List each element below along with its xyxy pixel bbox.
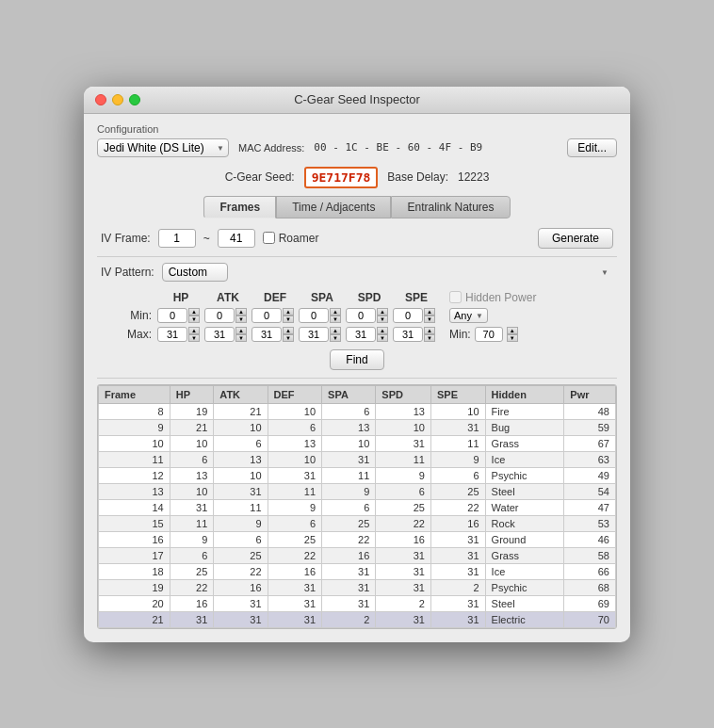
iv-max-def-stepper[interactable]: ▲ ▼ — [283, 327, 294, 342]
iv-pattern-select-wrapper[interactable]: Custom — [162, 263, 613, 282]
close-button[interactable] — [95, 94, 106, 105]
hidden-power-type-select[interactable]: Any — [449, 308, 488, 323]
iv-max-spd-stepper[interactable]: ▲ ▼ — [377, 327, 388, 342]
hidden-power-min-input[interactable] — [475, 327, 503, 342]
iv-max-hp-up[interactable]: ▲ — [188, 327, 200, 334]
iv-pattern-select[interactable]: Custom — [162, 263, 228, 282]
tab-entralink-natures[interactable]: Entralink Natures — [391, 196, 510, 218]
iv-max-hp-cell: ▲ ▼ — [157, 327, 204, 342]
profile-select[interactable]: Jedi White (DS Lite) — [97, 138, 229, 157]
results-table-body: 819211061310Fire48921106131031Bug5910106… — [99, 403, 616, 627]
table-cell: 31 — [376, 547, 431, 563]
hidden-power-min-stepper[interactable]: ▲ ▼ — [507, 327, 518, 342]
iv-max-spa-input[interactable] — [299, 327, 329, 342]
tab-frames[interactable]: Frames — [203, 196, 276, 218]
iv-min-hp-up[interactable]: ▲ — [188, 308, 200, 315]
iv-min-spd-stepper[interactable]: ▲ ▼ — [377, 308, 388, 323]
iv-min-atk-down[interactable]: ▼ — [235, 315, 247, 323]
tab-time-adjacents[interactable]: Time / Adjacents — [276, 196, 391, 218]
iv-max-atk-down[interactable]: ▼ — [235, 334, 247, 342]
hidden-power-min-down[interactable]: ▼ — [507, 334, 518, 342]
profile-select-wrapper[interactable]: Jedi White (DS Lite) — [97, 138, 229, 157]
results-table-wrapper[interactable]: Frame HP ATK DEF SPA SPD SPE Hidden Pwr … — [97, 384, 617, 629]
table-cell: 31 — [430, 531, 485, 547]
iv-min-spa-input[interactable] — [299, 308, 329, 323]
maximize-button[interactable] — [129, 94, 140, 105]
iv-min-spd-down[interactable]: ▼ — [377, 315, 388, 323]
iv-max-def-down[interactable]: ▼ — [283, 334, 294, 342]
hidden-power-min-label: Min: — [449, 328, 471, 341]
iv-min-spe-down[interactable]: ▼ — [424, 315, 435, 323]
iv-min-spa-stepper[interactable]: ▲ ▼ — [330, 308, 341, 323]
iv-min-def-up[interactable]: ▲ — [283, 308, 294, 315]
iv-max-spd-up[interactable]: ▲ — [377, 327, 388, 334]
col-spd: SPD — [376, 385, 431, 403]
iv-min-def-stepper[interactable]: ▲ ▼ — [283, 308, 294, 323]
iv-max-spe-input[interactable] — [393, 327, 423, 342]
table-cell: Grass — [485, 547, 564, 563]
iv-max-hp-stepper[interactable]: ▲ ▼ — [188, 327, 200, 342]
table-cell: 13 — [170, 467, 214, 483]
roamer-checkbox[interactable] — [263, 232, 275, 244]
table-cell: 10 — [268, 403, 322, 419]
iv-min-spa-up[interactable]: ▲ — [330, 308, 341, 315]
iv-max-hp-input[interactable] — [157, 327, 187, 342]
hidden-power-min-up[interactable]: ▲ — [507, 327, 518, 334]
table-cell: 13 — [268, 435, 322, 451]
table-cell: 9 — [376, 467, 431, 483]
iv-min-spe-stepper[interactable]: ▲ ▼ — [424, 308, 435, 323]
iv-frame-min-input[interactable] — [158, 229, 196, 248]
iv-min-atk-up[interactable]: ▲ — [235, 308, 247, 315]
table-cell: 16 — [376, 531, 431, 547]
iv-max-spe-down[interactable]: ▼ — [424, 334, 435, 342]
table-cell: 9 — [268, 499, 322, 515]
table-cell: 9 — [430, 451, 485, 467]
iv-max-spd-down[interactable]: ▼ — [377, 334, 388, 342]
mac-address-label: MAC Address: — [238, 142, 304, 154]
iv-min-spe-input[interactable] — [393, 308, 423, 323]
iv-max-spd-input[interactable] — [346, 327, 376, 342]
content-area: Configuration Jedi White (DS Lite) MAC A… — [84, 114, 630, 642]
iv-max-atk-up[interactable]: ▲ — [235, 327, 247, 334]
table-cell: 25 — [322, 515, 376, 531]
table-cell: 11 — [99, 451, 170, 467]
table-cell: 10 — [268, 451, 322, 467]
table-cell: 6 — [268, 419, 322, 435]
iv-min-hp-input[interactable] — [157, 308, 187, 323]
table-cell: 58 — [564, 547, 616, 563]
iv-min-spa-down[interactable]: ▼ — [330, 315, 341, 323]
iv-min-spd-input[interactable] — [346, 308, 376, 323]
iv-max-spa-down[interactable]: ▼ — [330, 334, 341, 342]
table-cell: 31 — [430, 547, 485, 563]
iv-min-spd-up[interactable]: ▲ — [377, 308, 388, 315]
table-cell: 13 — [214, 451, 268, 467]
iv-min-hp-down[interactable]: ▼ — [188, 315, 200, 323]
iv-min-hp-stepper[interactable]: ▲ ▼ — [188, 308, 200, 323]
hidden-power-type-wrapper[interactable]: Any — [449, 308, 488, 323]
iv-frame-max-input[interactable] — [218, 229, 255, 248]
iv-min-atk-input[interactable] — [204, 308, 235, 323]
iv-max-def-input[interactable] — [252, 327, 282, 342]
iv-max-spe-stepper[interactable]: ▲ ▼ — [424, 327, 435, 342]
table-cell: 6 — [322, 499, 376, 515]
iv-max-atk-stepper[interactable]: ▲ ▼ — [235, 327, 247, 342]
table-cell: 25 — [430, 483, 485, 499]
iv-min-spe-up[interactable]: ▲ — [424, 308, 435, 315]
iv-max-spe-up[interactable]: ▲ — [424, 327, 435, 334]
iv-min-def-input[interactable] — [252, 308, 282, 323]
iv-max-spa-up[interactable]: ▲ — [330, 327, 341, 334]
minimize-button[interactable] — [112, 94, 123, 105]
iv-max-spa-stepper[interactable]: ▲ ▼ — [330, 327, 341, 342]
iv-min-atk-stepper[interactable]: ▲ ▼ — [235, 308, 247, 323]
hidden-power-checkbox[interactable] — [449, 291, 462, 303]
table-cell: 20 — [99, 595, 170, 611]
table-cell: Ice — [485, 451, 564, 467]
iv-max-atk-input[interactable] — [204, 327, 235, 342]
edit-button[interactable]: Edit... — [567, 138, 617, 157]
iv-min-def-down[interactable]: ▼ — [283, 315, 294, 323]
iv-max-def-up[interactable]: ▲ — [283, 327, 294, 334]
find-button[interactable]: Find — [330, 349, 383, 370]
table-cell: 16 — [430, 515, 485, 531]
generate-button[interactable]: Generate — [538, 228, 613, 249]
iv-max-hp-down[interactable]: ▼ — [188, 334, 200, 342]
